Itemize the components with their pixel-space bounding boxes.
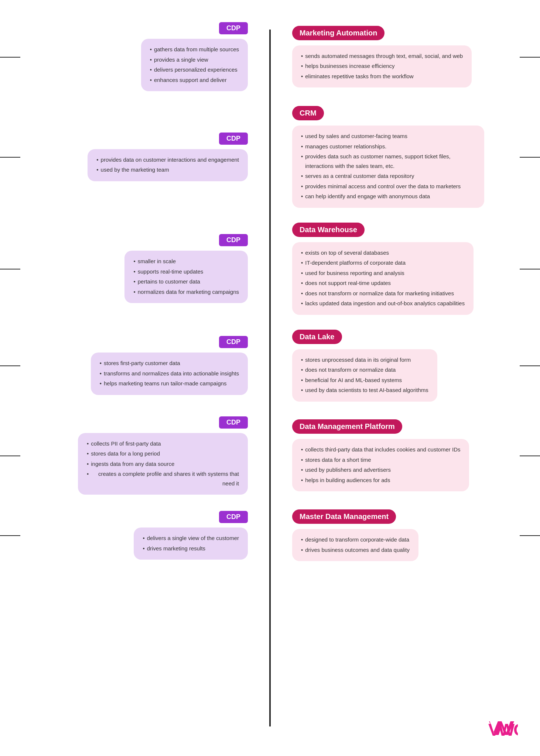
right-bullet: beneficial for AI and ML-based systems: [301, 375, 428, 385]
right-bullet: can help identify and engage with anonym…: [301, 192, 475, 201]
right-bullet: stores unprocessed data in its original …: [301, 355, 428, 365]
right-connector: [0, 365, 20, 366]
right-bullet: eliminates repetitive tasks from the wor…: [301, 72, 463, 81]
vwo-logo: VWO: [488, 719, 518, 741]
right-bullet: used by data scientists to test AI-based…: [301, 385, 428, 395]
title-badge-row5: Data Management Platform: [292, 419, 402, 434]
left-side-row1: CDP gathers data from multiple sourcespr…: [0, 22, 270, 91]
right-bullet: drives business outcomes and data qualit…: [301, 545, 410, 555]
left-bullet: enhances support and deliver: [150, 75, 239, 85]
right-content-box-row2: used by sales and customer-facing teamsm…: [292, 126, 484, 208]
right-bullet: helps businesses increase efficiency: [301, 61, 463, 71]
right-bullet: stores data for a short time: [301, 455, 460, 465]
left-content-box-row2: provides data on customer interactions a…: [88, 149, 248, 181]
left-connector: [520, 57, 540, 58]
right-bullet: provides minimal access and control over…: [301, 182, 475, 191]
right-bullet: used by publishers and advertisers: [301, 465, 460, 475]
right-bullet: does not transform or normalize data for…: [301, 289, 465, 298]
right-bullet: exists on top of several databases: [301, 248, 465, 258]
right-bullet: designed to transform corporate-wide dat…: [301, 535, 410, 544]
left-side-row3: CDP smaller in scalesupports real-time u…: [0, 234, 270, 303]
right-bullet: collects third-party data that includes …: [301, 445, 460, 454]
left-content-box-row3: smaller in scalesupports real-time updat…: [124, 251, 248, 303]
right-bullet: helps in building audiences for ads: [301, 475, 460, 485]
right-bullet: manages customer relationships.: [301, 142, 475, 151]
right-side-row5: Data Management Platform collects third-…: [270, 419, 540, 491]
right-content-box-row4: stores unprocessed data in its original …: [292, 349, 437, 402]
right-side-row2: CRM used by sales and customer-facing te…: [270, 106, 540, 208]
right-content-box-row5: collects third-party data that includes …: [292, 439, 469, 491]
left-side-row5: CDP collects PII of first-party datastor…: [0, 416, 270, 495]
right-bullet: does not transform or normalize data: [301, 365, 428, 375]
left-content-box-row4: stores first-party customer datatransfor…: [91, 353, 248, 395]
right-bullet: lacks updated data ingestion and out-of-…: [301, 299, 465, 308]
right-bullet: used for business reporting and analysis: [301, 268, 465, 278]
left-bullet: transforms and normalizes data into acti…: [100, 369, 239, 378]
title-badge-row3: Data Warehouse: [292, 223, 365, 237]
title-badge-row4: Data Lake: [292, 330, 342, 344]
right-connector: [0, 57, 20, 58]
left-bullet: supports real-time updates: [133, 267, 239, 276]
left-bullet: stores first-party customer data: [100, 358, 239, 368]
title-badge-row2: CRM: [292, 106, 324, 120]
right-side-row3: Data Warehouse exists on top of several …: [270, 223, 540, 315]
right-bullet: sends automated messages through text, e…: [301, 51, 463, 61]
right-bullet: does not support real-time updates: [301, 278, 465, 288]
timeline-line: [269, 30, 271, 726]
left-bullet: gathers data from multiple sources: [150, 45, 239, 54]
left-connector: [520, 365, 540, 366]
cdp-badge-row4: CDP: [219, 336, 248, 348]
title-badge-row6: Master Data Management: [292, 509, 396, 524]
left-bullet: collects PII of first-party data: [87, 439, 239, 449]
cdp-badge-row2: CDP: [219, 133, 248, 145]
page-container: CDP gathers data from multiple sourcespr…: [0, 0, 540, 756]
cdp-badge-row1: CDP: [219, 22, 248, 34]
left-connector: [520, 456, 540, 456]
right-side-row1: Marketing Automation sends automated mes…: [270, 26, 540, 88]
left-bullet: delivers a single view of the customer: [143, 533, 239, 543]
left-content-box-row6: delivers a single view of the customerdr…: [134, 528, 248, 560]
left-content-box-row5: collects PII of first-party datastores d…: [78, 433, 248, 495]
right-connector: [0, 456, 20, 456]
right-bullet: IT-dependent platforms of corporate data: [301, 258, 465, 268]
right-side-row6: Master Data Management designed to trans…: [270, 509, 540, 561]
left-bullet: creates a complete profile and shares it…: [87, 469, 239, 488]
left-side-row6: CDP delivers a single view of the custom…: [0, 511, 270, 560]
left-bullet: provides a single view: [150, 55, 239, 65]
left-side-row2: CDP provides data on customer interactio…: [0, 133, 270, 181]
right-bullet: provides data such as customer names, su…: [301, 152, 475, 171]
left-bullet: drives marketing results: [143, 544, 239, 553]
right-content-box-row3: exists on top of several databasesIT-dep…: [292, 242, 474, 315]
svg-text:VWO: VWO: [488, 720, 518, 738]
right-connector: [0, 157, 20, 158]
left-bullet: delivers personalized experiences: [150, 65, 239, 75]
left-bullet: pertains to customer data: [133, 277, 239, 286]
right-side-row4: Data Lake stores unprocessed data in its…: [270, 330, 540, 402]
title-badge-row1: Marketing Automation: [292, 26, 385, 40]
left-bullet: normalizes data for marketing campaigns: [133, 287, 239, 297]
cdp-badge-row3: CDP: [219, 234, 248, 246]
left-bullet: smaller in scale: [133, 257, 239, 266]
left-bullet: ingests data from any data source: [87, 459, 239, 469]
right-connector: [0, 535, 20, 536]
left-bullet: stores data for a long period: [87, 449, 239, 458]
cdp-badge-row6: CDP: [219, 511, 248, 523]
left-connector: [520, 269, 540, 269]
left-bullet: helps marketing teams run tailor-made ca…: [100, 379, 239, 388]
left-connector: [520, 157, 540, 158]
right-bullet: used by sales and customer-facing teams: [301, 131, 475, 141]
left-content-box-row1: gathers data from multiple sourcesprovid…: [141, 39, 248, 91]
left-side-row4: CDP stores first-party customer datatran…: [0, 336, 270, 395]
right-content-box-row6: designed to transform corporate-wide dat…: [292, 529, 418, 561]
right-connector: [0, 269, 20, 269]
left-connector: [520, 535, 540, 536]
left-bullet: used by the marketing team: [96, 165, 239, 175]
right-bullet: serves as a central customer data reposi…: [301, 171, 475, 181]
left-bullet: provides data on customer interactions a…: [96, 155, 239, 165]
right-content-box-row1: sends automated messages through text, e…: [292, 45, 472, 88]
cdp-badge-row5: CDP: [219, 416, 248, 429]
